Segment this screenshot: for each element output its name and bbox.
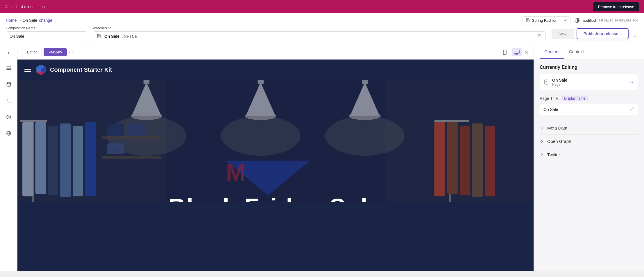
editing-item-left: On Sale Page: [544, 78, 567, 87]
more-options-button[interactable]: ···: [631, 33, 638, 39]
preview-area: Editor Preview ···: [17, 45, 534, 271]
accordion-meta-data[interactable]: Meta Data: [540, 121, 638, 134]
half-circle-icon: [575, 18, 580, 23]
right-panel: Content Context Currently Editing On: [534, 45, 644, 271]
right-panel-tabs: Content Context: [534, 45, 644, 59]
release-name: Spring Fashion ...: [532, 18, 562, 23]
composition-name-label: Composition Name: [6, 26, 87, 30]
back-button[interactable]: ‹: [7, 49, 10, 57]
svg-text:Black Friday Sale: Black Friday Sale: [169, 194, 383, 202]
breadcrumb-current: On Sale: [23, 18, 37, 23]
attached-to-label: Attached To: [93, 26, 546, 30]
content-row: Editor Preview ···: [17, 45, 644, 271]
page-title-input-wrapper[interactable]: On Sale: [540, 104, 638, 115]
release-selector[interactable]: Spring Fashion ...: [523, 16, 571, 24]
header-bar: Home > On Sale change... Spring Fashion …: [0, 13, 644, 45]
sidebar-item-database[interactable]: [4, 80, 13, 89]
main-area: ‹ {…}: [0, 45, 644, 271]
toolbar-right: ✕: [500, 48, 529, 56]
logo-text: Component Starter Kit: [50, 66, 112, 73]
editing-item-info: On Sale Page: [552, 78, 567, 87]
sidebar-item-menu[interactable]: [4, 64, 13, 73]
page-title-row: Page Title Display name: [540, 96, 638, 101]
svg-rect-67: [17, 80, 534, 202]
breadcrumb: Home > On Sale change...: [6, 18, 56, 23]
editing-page-icon: [544, 80, 549, 85]
svg-point-21: [505, 53, 505, 54]
editing-item: On Sale Page ···: [540, 74, 638, 90]
breadcrumb-home[interactable]: Home: [6, 18, 17, 23]
hero-background: M Black Friday Sale: [17, 80, 534, 202]
twitter-label: Twitter: [547, 152, 560, 157]
toolbar-more-button[interactable]: ···: [69, 49, 73, 55]
currently-editing-label: Currently Editing: [540, 65, 638, 70]
tab-context[interactable]: Context: [564, 45, 589, 59]
link-icon: [629, 107, 634, 112]
tab-content[interactable]: Content: [540, 45, 564, 59]
attached-to-input[interactable]: On Sale /on-sale: [93, 31, 546, 41]
clock-icon: [6, 114, 12, 120]
header-row-2: Composition Name Attached To On Sale /on…: [6, 26, 638, 45]
preview-hero: M Black Friday Sale: [17, 80, 534, 202]
left-sidebar: ‹ {…}: [0, 45, 17, 271]
document-icon: [526, 18, 530, 23]
attached-to-group: Attached To On Sale /on-sale: [93, 26, 546, 41]
editing-item-name: On Sale: [552, 78, 567, 82]
svg-rect-8: [539, 35, 541, 38]
globe-icon: [6, 130, 12, 136]
database-icon: [6, 82, 12, 87]
page-icon: [97, 34, 101, 39]
preview-navbar: Component Starter Kit: [17, 60, 534, 80]
braces-icon: {…}: [6, 98, 12, 104]
copied-status: Copied: [5, 5, 17, 9]
attached-path: /on-sale: [122, 34, 534, 39]
breadcrumb-separator: >: [18, 18, 21, 23]
sidebar-item-globe[interactable]: [4, 129, 13, 138]
header-row-1: Home > On Sale change... Spring Fashion …: [6, 13, 638, 26]
meta-data-label: Meta Data: [547, 125, 567, 130]
header-right: Spring Fashion ... modified last saved 1…: [523, 16, 638, 24]
attached-name: On Sale: [104, 34, 119, 39]
accordion-open-graph[interactable]: Open Graph: [540, 134, 638, 148]
editor-toolbar: Editor Preview ···: [17, 45, 534, 60]
editing-item-more-button[interactable]: ···: [627, 79, 634, 86]
save-button[interactable]: Save: [552, 29, 574, 39]
toolbar-left: Editor Preview ···: [22, 48, 73, 56]
editing-item-type: Page: [552, 82, 567, 87]
hamburger-icon[interactable]: [24, 68, 31, 72]
breadcrumb-change[interactable]: change...: [39, 18, 56, 23]
publish-button[interactable]: Publish to release...: [577, 28, 629, 39]
preview-frame: Component Starter Kit: [17, 60, 534, 271]
mobile-view-button[interactable]: [500, 48, 509, 56]
chevron-right-icon-3: [540, 152, 544, 157]
desktop-icon: [514, 49, 520, 55]
copy-icon[interactable]: [537, 34, 542, 39]
top-bar: Copied 14 minutes ago Remove from releas…: [0, 0, 644, 13]
modified-status: modified last saved 14 minutes ago: [575, 18, 638, 23]
sidebar-item-code[interactable]: {…}: [4, 96, 13, 105]
svg-point-12: [7, 82, 10, 84]
modified-label: modified: [582, 18, 596, 23]
logo-icon: [35, 64, 47, 76]
svg-line-16: [9, 117, 10, 118]
editor-tab-button[interactable]: Editor: [22, 48, 42, 56]
composition-name-input[interactable]: [6, 31, 87, 41]
display-name-badge: Display name: [561, 96, 589, 101]
close-preview-button[interactable]: ✕: [524, 49, 529, 56]
chevron-down-icon: [563, 18, 567, 22]
accordion-twitter[interactable]: Twitter: [540, 148, 638, 161]
preview-tab-button[interactable]: Preview: [44, 48, 67, 56]
svg-text:{…}: {…}: [6, 98, 12, 103]
sidebar-item-history[interactable]: [4, 112, 13, 122]
composition-name-group: Composition Name: [6, 26, 87, 41]
page-title-label: Page Title: [540, 96, 558, 101]
menu-icon: [6, 65, 12, 71]
desktop-view-button[interactable]: [512, 48, 522, 56]
mobile-icon: [502, 49, 508, 55]
page-title-value: On Sale: [543, 107, 629, 112]
open-graph-label: Open Graph: [547, 139, 571, 144]
modified-time: last saved 14 minutes ago: [598, 18, 638, 22]
svg-rect-22: [514, 50, 519, 53]
remove-from-release-button[interactable]: Remove from release: [593, 2, 639, 11]
store-scene-svg: M Black Friday Sale: [17, 80, 534, 202]
